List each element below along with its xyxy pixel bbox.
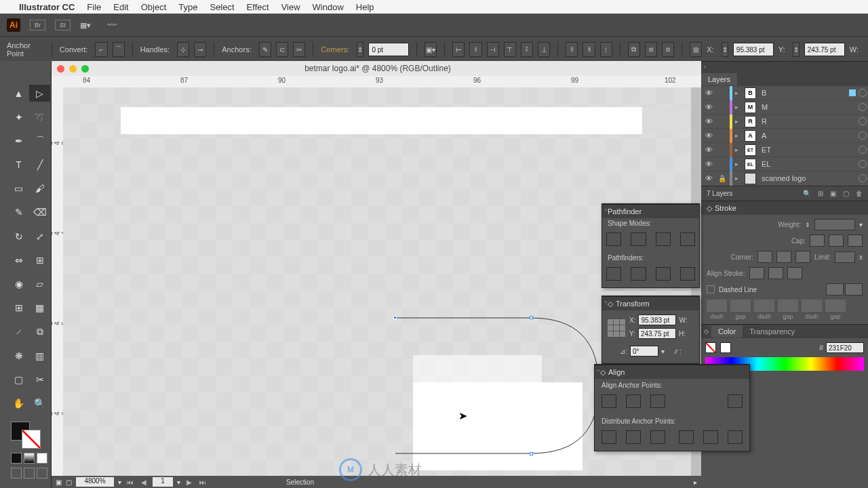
delete-layer-icon[interactable]: 🗑 — [856, 190, 863, 197]
dist-anchor-bottom[interactable] — [728, 430, 743, 444]
handles-show-button[interactable]: ⊹ — [177, 42, 189, 57]
align-bottom-button[interactable]: ⊥ — [538, 42, 550, 57]
minus-front-button[interactable] — [631, 232, 646, 246]
align-hcenter-button[interactable]: ⫲ — [469, 42, 481, 57]
merge-button[interactable] — [656, 267, 671, 281]
align-anchor-right[interactable] — [650, 394, 665, 408]
align-top-button[interactable]: ⊤ — [504, 42, 516, 57]
layers-close[interactable]: × — [701, 61, 868, 72]
color-tab[interactable]: Color — [711, 325, 743, 338]
menu-view[interactable]: View — [281, 2, 300, 12]
stroke-panel-header[interactable]: ◇Stroke — [701, 201, 868, 215]
align-anchor-top[interactable] — [728, 394, 743, 408]
layer-row[interactable]: 👁 ▸ ET ET — [701, 143, 868, 157]
cap-square-button[interactable] — [848, 235, 863, 247]
anchor-cut-button[interactable]: ✂ — [293, 42, 305, 57]
menu-effect[interactable]: Effect — [247, 2, 269, 12]
expand-icon[interactable]: ▸ — [735, 89, 742, 96]
page-next-button[interactable]: ▶ — [184, 479, 194, 486]
dash-preserve-button[interactable] — [826, 283, 844, 296]
transform-y-input[interactable] — [638, 328, 676, 339]
gradient-mode-button[interactable] — [24, 453, 35, 464]
weight-stepper[interactable]: ⇕ — [805, 222, 810, 228]
menu-edit[interactable]: Edit — [113, 2, 128, 12]
bridge-button[interactable]: Br — [30, 20, 45, 30]
dashed-checkbox[interactable] — [707, 285, 715, 293]
align-vcenter-button[interactable]: ⫱ — [521, 42, 533, 57]
cap-butt-button[interactable] — [810, 235, 825, 247]
dash-align-button[interactable] — [845, 283, 863, 296]
visibility-icon[interactable]: 👁 — [703, 146, 715, 154]
pencil-tool[interactable]: ✎ — [8, 204, 29, 221]
corners-label[interactable]: Corners: — [321, 45, 349, 54]
hand-tool[interactable]: ✋ — [8, 394, 29, 411]
layer-row[interactable]: 👁 ▸ B B — [701, 86, 868, 100]
visibility-icon[interactable]: 👁 — [703, 117, 715, 125]
visibility-icon[interactable]: 👁 — [703, 160, 715, 168]
pathfinder-panel[interactable]: ×Pathfinder Shape Modes: Pathfinders: — [601, 203, 700, 288]
stroke-swatch[interactable] — [22, 430, 41, 449]
align-left-button[interactable]: ⊢ — [452, 42, 465, 57]
fill-none-swatch[interactable] — [705, 342, 716, 353]
dist-anchor-hcenter[interactable] — [626, 430, 641, 444]
screen-mode-present[interactable] — [37, 468, 47, 479]
align-anchor-left[interactable] — [601, 394, 616, 408]
locate-layer-icon[interactable]: 🔍 — [803, 190, 811, 197]
layer-row[interactable]: 👁 ▸ R R — [701, 115, 868, 129]
anchor-point[interactable] — [393, 316, 397, 319]
paintbrush-tool[interactable]: 🖌 — [29, 180, 50, 197]
dist-anchor-left[interactable] — [601, 430, 616, 444]
align-panel[interactable]: ×◇Align Align Anchor Points: Distribute … — [594, 364, 750, 451]
gap-1-input[interactable] — [730, 300, 751, 312]
menu-file[interactable]: File — [87, 2, 101, 12]
intersect-button[interactable] — [656, 232, 671, 246]
distribute-h-button[interactable]: ⫴ — [566, 42, 578, 57]
transform-panel[interactable]: ×◇Transform X:W: Y:H: ⊿: ▾ ⫽: — [601, 296, 700, 364]
pen-tool[interactable]: ✒ — [8, 132, 29, 149]
type-tool[interactable]: T — [8, 157, 29, 174]
limit-input[interactable] — [835, 251, 855, 263]
stock-button[interactable]: St — [55, 20, 71, 30]
perspective-tool[interactable]: ▱ — [29, 276, 50, 293]
graph-tool[interactable]: ▥ — [29, 347, 50, 364]
layer-row[interactable]: 👁🔒 ▸ scanned logo — [701, 171, 868, 186]
transparency-tab[interactable]: Transparency — [743, 325, 802, 338]
visibility-icon[interactable]: 👁 — [703, 103, 715, 111]
zoom-input[interactable]: 4800% — [76, 477, 114, 487]
anchor-connect-button[interactable]: ⊂ — [276, 42, 288, 57]
lasso-tool[interactable]: ➰ — [29, 108, 50, 125]
y-input[interactable] — [804, 43, 845, 56]
vector-path[interactable] — [395, 318, 601, 456]
dash-2-input[interactable] — [754, 300, 774, 312]
transform-x-input[interactable] — [638, 314, 676, 325]
align-inside-button[interactable] — [768, 267, 783, 279]
arrange-docs-button[interactable]: ▦▾ — [80, 21, 98, 30]
distribute-v-button[interactable]: ⫵ — [583, 42, 595, 57]
direct-selection-tool[interactable]: ▷ — [29, 85, 50, 102]
divide-button[interactable] — [606, 267, 621, 281]
weight-dropdown[interactable]: ▾ — [859, 221, 863, 228]
page-first-button[interactable]: ⏮ — [125, 479, 135, 486]
corner-value-input[interactable] — [368, 43, 409, 56]
color-mode-button[interactable] — [11, 453, 22, 464]
brush-icon[interactable]: 〰 — [107, 20, 117, 30]
hex-input[interactable] — [826, 342, 864, 353]
target-icon[interactable] — [859, 89, 867, 97]
eyedropper-tool[interactable]: ⟋ — [8, 323, 29, 340]
gap-3-input[interactable] — [825, 300, 846, 312]
anchor-point[interactable] — [530, 452, 533, 455]
menu-object[interactable]: Object — [141, 2, 167, 12]
dash-1-input[interactable] — [707, 300, 727, 312]
grid-ref-button[interactable]: ⊞ — [690, 42, 702, 57]
menubar-app-name[interactable]: Illustrator CC — [19, 2, 75, 12]
convert-smooth-button[interactable]: ⌒ — [113, 42, 125, 57]
unite-button[interactable] — [606, 232, 621, 246]
menu-select[interactable]: Select — [210, 2, 234, 12]
page-input[interactable]: 1 — [153, 477, 173, 487]
dist-anchor-top[interactable] — [679, 430, 694, 444]
reference-point-grid[interactable] — [608, 319, 625, 337]
ruler-vertical[interactable]: 2 4 3 2 4 4 2 4 5 2 4 6 — [52, 87, 63, 476]
visibility-icon[interactable]: 👁 — [703, 174, 715, 182]
corner-miter-button[interactable] — [757, 251, 772, 263]
overlap-back-button[interactable]: ⧈ — [645, 42, 657, 57]
